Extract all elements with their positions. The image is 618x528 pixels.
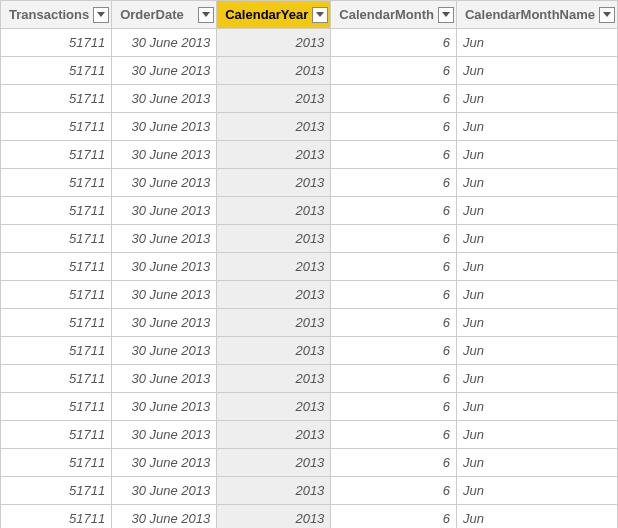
cell-orderdate[interactable]: 30 June 2013: [112, 141, 217, 169]
cell-calendaryear[interactable]: 2013: [217, 85, 331, 113]
cell-orderdate[interactable]: 30 June 2013: [112, 197, 217, 225]
table-row[interactable]: 5171130 June 201320136Jun: [1, 85, 618, 113]
cell-calendarmonth[interactable]: 6: [331, 477, 457, 505]
cell-orderdate[interactable]: 30 June 2013: [112, 113, 217, 141]
cell-calendarmonthname[interactable]: Jun: [456, 85, 617, 113]
cell-calendarmonth[interactable]: 6: [331, 281, 457, 309]
cell-orderdate[interactable]: 30 June 2013: [112, 449, 217, 477]
cell-orderdate[interactable]: 30 June 2013: [112, 393, 217, 421]
cell-calendarmonthname[interactable]: Jun: [456, 365, 617, 393]
table-row[interactable]: 5171130 June 201320136Jun: [1, 421, 618, 449]
table-row[interactable]: 5171130 June 201320136Jun: [1, 169, 618, 197]
cell-transactions[interactable]: 51711: [1, 393, 112, 421]
cell-calendarmonthname[interactable]: Jun: [456, 197, 617, 225]
cell-calendarmonth[interactable]: 6: [331, 141, 457, 169]
cell-transactions[interactable]: 51711: [1, 449, 112, 477]
filter-dropdown-button[interactable]: [438, 7, 454, 23]
cell-calendarmonthname[interactable]: Jun: [456, 505, 617, 529]
cell-orderdate[interactable]: 30 June 2013: [112, 281, 217, 309]
cell-calendaryear[interactable]: 2013: [217, 421, 331, 449]
cell-transactions[interactable]: 51711: [1, 29, 112, 57]
filter-dropdown-button[interactable]: [93, 7, 109, 23]
cell-calendarmonth[interactable]: 6: [331, 421, 457, 449]
cell-orderdate[interactable]: 30 June 2013: [112, 365, 217, 393]
cell-calendarmonth[interactable]: 6: [331, 309, 457, 337]
column-header-orderdate[interactable]: OrderDate: [112, 1, 217, 29]
cell-transactions[interactable]: 51711: [1, 225, 112, 253]
cell-transactions[interactable]: 51711: [1, 197, 112, 225]
cell-calendaryear[interactable]: 2013: [217, 57, 331, 85]
cell-transactions[interactable]: 51711: [1, 141, 112, 169]
cell-calendaryear[interactable]: 2013: [217, 281, 331, 309]
table-row[interactable]: 5171130 June 201320136Jun: [1, 505, 618, 529]
cell-orderdate[interactable]: 30 June 2013: [112, 309, 217, 337]
cell-calendarmonthname[interactable]: Jun: [456, 113, 617, 141]
column-header-calendarmonth[interactable]: CalendarMonth: [331, 1, 457, 29]
table-row[interactable]: 5171130 June 201320136Jun: [1, 113, 618, 141]
cell-calendaryear[interactable]: 2013: [217, 477, 331, 505]
cell-transactions[interactable]: 51711: [1, 169, 112, 197]
cell-calendarmonthname[interactable]: Jun: [456, 449, 617, 477]
cell-orderdate[interactable]: 30 June 2013: [112, 57, 217, 85]
cell-calendaryear[interactable]: 2013: [217, 253, 331, 281]
cell-calendarmonthname[interactable]: Jun: [456, 309, 617, 337]
filter-dropdown-button[interactable]: [599, 7, 615, 23]
cell-orderdate[interactable]: 30 June 2013: [112, 505, 217, 529]
cell-orderdate[interactable]: 30 June 2013: [112, 29, 217, 57]
table-row[interactable]: 5171130 June 201320136Jun: [1, 253, 618, 281]
cell-transactions[interactable]: 51711: [1, 309, 112, 337]
column-header-calendaryear[interactable]: CalendarYear: [217, 1, 331, 29]
cell-orderdate[interactable]: 30 June 2013: [112, 169, 217, 197]
table-row[interactable]: 5171130 June 201320136Jun: [1, 449, 618, 477]
cell-transactions[interactable]: 51711: [1, 421, 112, 449]
cell-calendaryear[interactable]: 2013: [217, 393, 331, 421]
cell-calendarmonth[interactable]: 6: [331, 505, 457, 529]
cell-calendarmonthname[interactable]: Jun: [456, 281, 617, 309]
cell-calendaryear[interactable]: 2013: [217, 309, 331, 337]
cell-calendarmonth[interactable]: 6: [331, 365, 457, 393]
cell-transactions[interactable]: 51711: [1, 505, 112, 529]
cell-calendarmonthname[interactable]: Jun: [456, 393, 617, 421]
cell-orderdate[interactable]: 30 June 2013: [112, 225, 217, 253]
cell-calendarmonth[interactable]: 6: [331, 449, 457, 477]
cell-calendaryear[interactable]: 2013: [217, 449, 331, 477]
cell-calendarmonth[interactable]: 6: [331, 169, 457, 197]
column-header-transactions[interactable]: Transactions: [1, 1, 112, 29]
cell-calendaryear[interactable]: 2013: [217, 505, 331, 529]
cell-calendaryear[interactable]: 2013: [217, 337, 331, 365]
filter-dropdown-button[interactable]: [312, 7, 328, 23]
cell-calendarmonthname[interactable]: Jun: [456, 253, 617, 281]
cell-calendarmonth[interactable]: 6: [331, 57, 457, 85]
cell-transactions[interactable]: 51711: [1, 477, 112, 505]
cell-transactions[interactable]: 51711: [1, 337, 112, 365]
cell-calendarmonthname[interactable]: Jun: [456, 421, 617, 449]
cell-calendarmonthname[interactable]: Jun: [456, 477, 617, 505]
cell-transactions[interactable]: 51711: [1, 113, 112, 141]
cell-transactions[interactable]: 51711: [1, 281, 112, 309]
table-row[interactable]: 5171130 June 201320136Jun: [1, 393, 618, 421]
cell-calendarmonthname[interactable]: Jun: [456, 29, 617, 57]
cell-calendaryear[interactable]: 2013: [217, 225, 331, 253]
cell-transactions[interactable]: 51711: [1, 253, 112, 281]
cell-calendarmonth[interactable]: 6: [331, 393, 457, 421]
cell-calendarmonth[interactable]: 6: [331, 337, 457, 365]
cell-calendaryear[interactable]: 2013: [217, 365, 331, 393]
cell-orderdate[interactable]: 30 June 2013: [112, 421, 217, 449]
cell-calendaryear[interactable]: 2013: [217, 197, 331, 225]
cell-calendarmonth[interactable]: 6: [331, 113, 457, 141]
column-header-calendarmonthname[interactable]: CalendarMonthName: [456, 1, 617, 29]
cell-calendaryear[interactable]: 2013: [217, 113, 331, 141]
cell-calendaryear[interactable]: 2013: [217, 29, 331, 57]
cell-orderdate[interactable]: 30 June 2013: [112, 477, 217, 505]
cell-calendarmonthname[interactable]: Jun: [456, 141, 617, 169]
cell-orderdate[interactable]: 30 June 2013: [112, 337, 217, 365]
cell-transactions[interactable]: 51711: [1, 85, 112, 113]
table-row[interactable]: 5171130 June 201320136Jun: [1, 477, 618, 505]
table-row[interactable]: 5171130 June 201320136Jun: [1, 281, 618, 309]
cell-transactions[interactable]: 51711: [1, 57, 112, 85]
cell-calendarmonthname[interactable]: Jun: [456, 225, 617, 253]
cell-calendarmonth[interactable]: 6: [331, 253, 457, 281]
cell-calendarmonthname[interactable]: Jun: [456, 337, 617, 365]
table-row[interactable]: 5171130 June 201320136Jun: [1, 29, 618, 57]
cell-calendaryear[interactable]: 2013: [217, 141, 331, 169]
